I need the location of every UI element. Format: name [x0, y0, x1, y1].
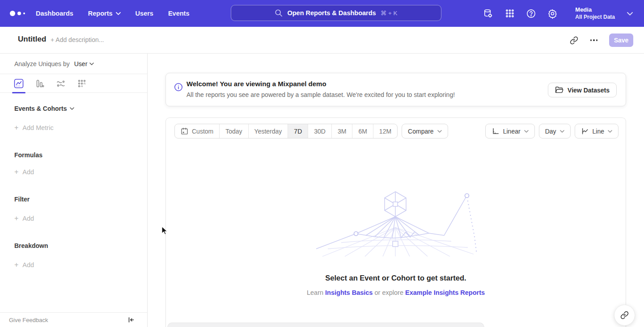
analyze-label: Analyze Uniques by	[14, 60, 70, 67]
analyze-by-selector[interactable]: User	[74, 60, 94, 67]
nav-item-reports[interactable]: Reports	[88, 10, 121, 17]
add-breakdown-button[interactable]: + Add	[14, 261, 133, 268]
add-formula-button[interactable]: + Add	[14, 168, 133, 176]
search-shortcut: ⌘ + K	[381, 9, 398, 17]
nav-right: Media All Project Data	[483, 0, 633, 27]
info-icon	[174, 83, 183, 93]
range-30d[interactable]: 30D	[308, 124, 331, 138]
section-filter: Filter	[14, 196, 133, 203]
give-feedback-link[interactable]: Give Feedback	[9, 317, 48, 323]
chevron-down-icon	[608, 130, 612, 133]
add-filter-button[interactable]: + Add	[14, 215, 133, 222]
retention-grid-icon	[77, 79, 87, 88]
chevron-down-icon	[116, 12, 121, 15]
empty-state-title: Select an Event or Cohort to get started…	[166, 274, 626, 282]
plus-icon: +	[14, 215, 18, 222]
more-options-button[interactable]	[589, 38, 600, 43]
chart-toolbar: Custom Today Yesterday 7D 30D 3M 6M 12M …	[174, 124, 619, 138]
range-7d-selected[interactable]: 7D	[288, 124, 308, 138]
chart-type-selector[interactable]: Line	[575, 124, 619, 138]
insights-basics-link[interactable]: Insights Basics	[325, 289, 373, 296]
add-description-field[interactable]: + Add description...	[51, 36, 104, 43]
help-icon[interactable]	[526, 8, 536, 19]
range-today[interactable]: Today	[219, 124, 248, 138]
banner-subtitle: All the reports you see are powered by a…	[186, 91, 455, 98]
tab-flows[interactable]	[55, 77, 66, 90]
insights-chart-icon	[14, 79, 24, 88]
plus-icon: +	[14, 168, 18, 176]
chevron-down-icon	[560, 130, 564, 133]
tab-bar-chart[interactable]	[34, 77, 45, 90]
scale-selector[interactable]: Linear	[485, 124, 535, 138]
sidebar-footer: Give Feedback	[0, 312, 147, 327]
apps-grid-icon[interactable]	[504, 8, 515, 19]
nav-item-dashboards[interactable]: Dashboards	[36, 10, 73, 17]
empty-state-illustration	[314, 189, 479, 257]
chevron-down-icon	[524, 130, 529, 133]
data-management-icon[interactable]	[483, 8, 493, 19]
query-builder-sidebar: Analyze Uniques by User	[0, 54, 148, 327]
flows-icon	[56, 79, 66, 88]
project-name: Media	[575, 6, 615, 13]
gear-icon[interactable]	[547, 8, 558, 19]
range-custom[interactable]: Custom	[175, 124, 219, 138]
copy-link-icon[interactable]	[570, 36, 579, 45]
report-header-actions: Save	[570, 27, 634, 54]
range-yesterday[interactable]: Yesterday	[248, 124, 288, 138]
compare-button[interactable]: Compare	[402, 124, 448, 138]
demo-welcome-banner: Welcome! You are viewing a Mixpanel demo…	[165, 73, 626, 106]
search-icon	[275, 9, 283, 17]
empty-state-hint: Learn Insights Basics or explore Example…	[166, 289, 626, 296]
logo-dot	[10, 11, 15, 16]
query-sections: Events & Cohorts + Add Metric Formulas +…	[0, 105, 147, 268]
line-chart-icon	[581, 127, 589, 135]
nav-item-users[interactable]: Users	[136, 10, 153, 17]
link-icon	[620, 311, 629, 319]
bottom-panel-edge	[167, 323, 484, 327]
mixpanel-logo[interactable]	[10, 0, 25, 27]
interval-selector[interactable]: Day	[539, 124, 571, 138]
chevron-down-icon	[437, 130, 442, 133]
visualization-tabs	[0, 74, 147, 93]
section-events-cohorts[interactable]: Events & Cohorts	[14, 105, 133, 112]
example-insights-reports-link[interactable]: Example Insights Reports	[405, 289, 485, 296]
banner-title: Welcome! You are viewing a Mixpanel demo	[186, 80, 326, 88]
logo-dot	[23, 13, 25, 14]
share-link-fab[interactable]	[614, 305, 635, 326]
save-button[interactable]: Save	[609, 34, 633, 47]
analyze-row: Analyze Uniques by User	[0, 54, 147, 74]
date-range-segmented-control: Custom Today Yesterday 7D 30D 3M 6M 12M	[174, 124, 398, 138]
logo-dot	[17, 12, 21, 15]
section-formulas: Formulas	[14, 151, 133, 159]
nav-items: Dashboards Reports Users Events	[36, 0, 189, 27]
nav-item-events[interactable]: Events	[168, 10, 190, 17]
project-selector[interactable]: Media All Project Data	[575, 6, 615, 20]
range-3m[interactable]: 3M	[331, 124, 352, 138]
global-search[interactable]: Open Reports & Dashboards ⌘ + K	[231, 5, 441, 21]
mixpanel-insights-page: Dashboards Reports Users Events Open Rep…	[0, 0, 644, 327]
add-metric-button[interactable]: + Add Metric	[14, 124, 133, 131]
report-main: Welcome! You are viewing a Mixpanel demo…	[148, 54, 644, 327]
plus-icon: +	[14, 124, 18, 131]
section-breakdown: Breakdown	[14, 242, 133, 249]
range-12m[interactable]: 12M	[373, 124, 397, 138]
plus-icon: +	[14, 261, 18, 268]
project-scope: All Project Data	[575, 14, 615, 21]
calendar-icon	[181, 127, 188, 135]
range-6m[interactable]: 6M	[352, 124, 373, 138]
bar-chart-icon	[35, 79, 45, 88]
report-header: Untitled + Add description... Save	[0, 27, 644, 54]
chart-panel: Custom Today Yesterday 7D 30D 3M 6M 12M …	[165, 117, 626, 327]
tab-retention[interactable]	[76, 77, 87, 90]
search-placeholder: Open Reports & Dashboards	[287, 9, 376, 17]
report-title[interactable]: Untitled	[18, 35, 46, 44]
view-datasets-button[interactable]: View Datasets	[548, 83, 617, 97]
linear-axis-icon	[491, 127, 500, 135]
collapse-sidebar-icon[interactable]	[127, 316, 135, 323]
chevron-down-icon[interactable]	[627, 9, 633, 17]
folder-icon	[555, 86, 564, 94]
top-nav: Dashboards Reports Users Events Open Rep…	[0, 0, 644, 27]
chevron-down-icon	[70, 107, 74, 110]
chevron-down-icon	[89, 63, 94, 65]
tab-insights[interactable]	[13, 77, 24, 90]
